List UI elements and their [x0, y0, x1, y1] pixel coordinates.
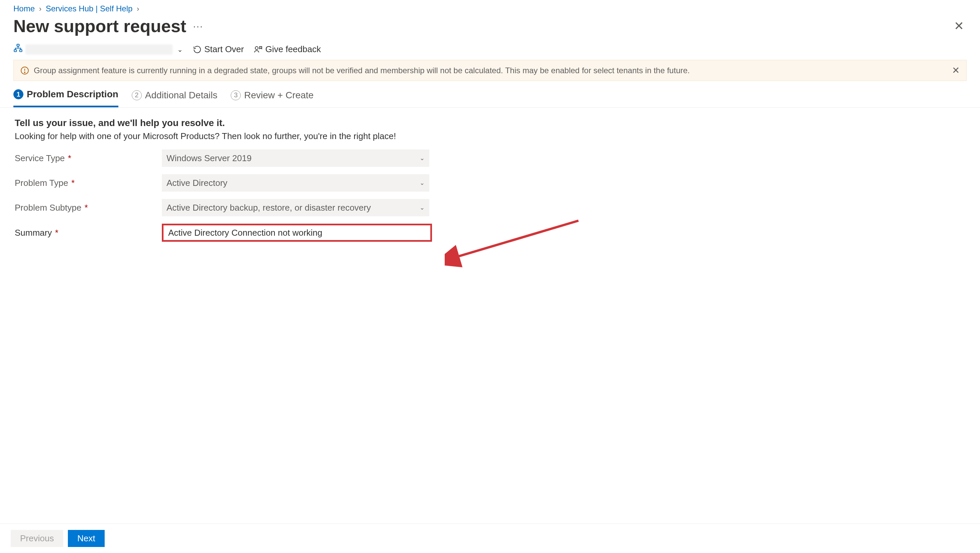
start-over-label: Start Over — [204, 44, 244, 54]
previous-button: Previous — [11, 530, 63, 547]
tab-step-number: 1 — [13, 89, 24, 99]
svg-rect-0 — [17, 44, 19, 46]
form-intro-heading: Tell us your issue, and we'll help you r… — [15, 118, 965, 129]
warning-icon — [21, 66, 29, 75]
svg-point-6 — [24, 72, 25, 73]
svg-rect-1 — [14, 50, 16, 52]
breadcrumb-services-hub[interactable]: Services Hub | Self Help — [46, 4, 133, 13]
close-button[interactable]: ✕ — [951, 16, 967, 36]
toolbar: ⌄ Start Over Give feedback — [0, 40, 980, 59]
tab-label: Review + Create — [244, 90, 313, 101]
start-over-button[interactable]: Start Over — [193, 44, 244, 54]
feedback-icon — [254, 45, 262, 54]
summary-label: Summary * — [15, 228, 162, 238]
form-intro-subtext: Looking for help with one of your Micros… — [15, 131, 965, 141]
hierarchy-icon — [13, 43, 23, 55]
svg-rect-2 — [20, 50, 22, 52]
refresh-icon — [193, 45, 202, 54]
summary-input[interactable] — [162, 224, 432, 242]
chevron-right-icon: › — [137, 5, 139, 13]
problem-type-value: Active Directory — [167, 178, 228, 188]
next-button[interactable]: Next — [68, 530, 104, 547]
breadcrumb-home[interactable]: Home — [13, 4, 35, 13]
more-actions-button[interactable]: ··· — [193, 21, 203, 32]
breadcrumb: Home › Services Hub | Self Help › — [0, 0, 980, 15]
banner-dismiss-button[interactable]: ✕ — [952, 65, 959, 76]
page-title: New support request — [13, 16, 186, 36]
problem-type-dropdown[interactable]: Active Directory ⌄ — [162, 174, 429, 192]
problem-subtype-label: Problem Subtype * — [15, 203, 162, 213]
give-feedback-label: Give feedback — [265, 44, 321, 54]
wizard-footer: Previous Next — [0, 524, 980, 553]
tab-problem-description[interactable]: 1 Problem Description — [13, 89, 118, 107]
problem-subtype-value: Active Directory backup, restore, or dis… — [167, 203, 371, 213]
warning-banner-text: Group assignment feature is currently ru… — [34, 66, 690, 75]
svg-point-3 — [255, 46, 258, 49]
give-feedback-button[interactable]: Give feedback — [254, 44, 321, 54]
warning-banner: Group assignment feature is currently ru… — [13, 60, 967, 81]
service-type-value: Windows Server 2019 — [167, 153, 251, 164]
chevron-down-icon: ⌄ — [420, 154, 425, 162]
problem-type-label: Problem Type * — [15, 178, 162, 188]
service-type-label: Service Type * — [15, 153, 162, 164]
chevron-right-icon: › — [39, 5, 41, 13]
tab-label: Problem Description — [27, 89, 118, 100]
service-type-dropdown[interactable]: Windows Server 2019 ⌄ — [162, 149, 429, 167]
wizard-tabs: 1 Problem Description 2 Additional Detai… — [0, 81, 980, 108]
tab-review-create[interactable]: 3 Review + Create — [231, 89, 313, 107]
scope-selector[interactable]: ⌄ — [13, 43, 183, 55]
chevron-down-icon: ⌄ — [420, 179, 425, 187]
tab-label: Additional Details — [145, 90, 217, 101]
chevron-down-icon: ⌄ — [177, 46, 183, 54]
tab-step-number: 2 — [132, 90, 142, 100]
scope-name-redacted — [25, 44, 173, 54]
chevron-down-icon: ⌄ — [420, 204, 425, 211]
problem-subtype-dropdown[interactable]: Active Directory backup, restore, or dis… — [162, 199, 429, 216]
tab-additional-details[interactable]: 2 Additional Details — [132, 89, 217, 107]
tab-step-number: 3 — [231, 90, 241, 100]
